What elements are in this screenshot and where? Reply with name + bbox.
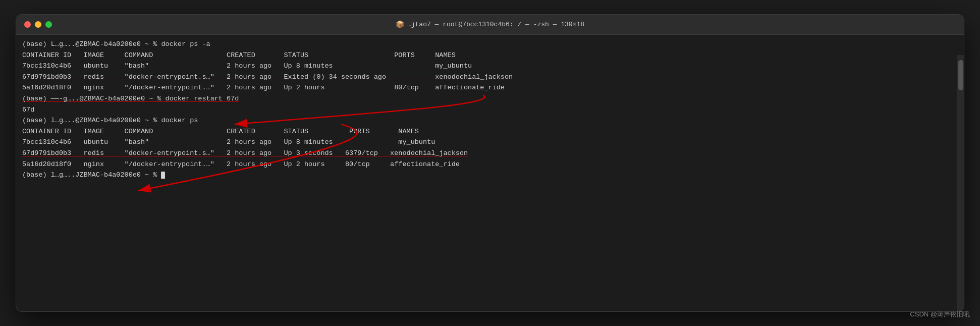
scrollbar[interactable]	[957, 55, 964, 311]
terminal-body[interactable]: (base) L​…g…..@ZBMAC-b4a0200e0 ~ % docke…	[16, 35, 964, 185]
terminal-line: CONTAINER ID IMAGE COMMAND CREATED STATU…	[22, 50, 958, 61]
terminal-line-up: 67d9791bd0b3 redis "docker-entrypoint.s……	[22, 148, 958, 159]
close-button[interactable]	[24, 21, 31, 28]
maximize-button[interactable]	[45, 21, 52, 28]
docker-icon: 📦	[396, 20, 404, 29]
terminal-prompt-final: (base) l…g…..JZBMAC-b4a0200e0 ~ %	[22, 170, 958, 181]
terminal-line: 5a16d20d18f0 nginx "/docker-entrypoint.……	[22, 159, 958, 170]
traffic-lights	[24, 21, 52, 28]
terminal-line-exited: 67d9791bd0b3 redis "docker-entrypoint.s……	[22, 72, 958, 83]
terminal-wrapper: (base) L​…g…..@ZBMAC-b4a0200e0 ~ % docke…	[16, 35, 964, 311]
minimize-button[interactable]	[35, 21, 41, 28]
cursor	[161, 172, 165, 179]
window-title: 📦 …jtao7 — root@7bcc1310c4b6: / — -zsh —…	[396, 20, 584, 29]
titlebar: 📦 …jtao7 — root@7bcc1310c4b6: / — -zsh —…	[16, 15, 964, 35]
terminal-window: 📦 …jtao7 — root@7bcc1310c4b6: / — -zsh —…	[16, 14, 964, 312]
terminal-line: (base) L​…g…..@ZBMAC-b4a0200e0 ~ % docke…	[22, 39, 958, 50]
terminal-line: 67d	[22, 104, 958, 116]
terminal-line: (base) l…g…..@ZBMAC-b4a0200e0 ~ % docker…	[22, 115, 958, 126]
scroll-thumb[interactable]	[958, 60, 963, 90]
terminal-line: CONTAINER ID IMAGE COMMAND CREATED STATU…	[22, 126, 958, 137]
watermark: CSDN @涛声依旧吼	[910, 310, 970, 319]
terminal-line: 7bcc1310c4b6 ubuntu "bash" 2 hours ago U…	[22, 137, 958, 148]
terminal-line: 7bcc1310c4b6 ubuntu "bash" 2 hours ago U…	[22, 61, 958, 72]
terminal-line-restart: (base) ——-g…..@ZBMAC-b4a0200e0 ~ % docke…	[22, 93, 958, 104]
terminal-line: 5a16d20d18f0 nginx "/docker-entrypoint.……	[22, 82, 958, 93]
